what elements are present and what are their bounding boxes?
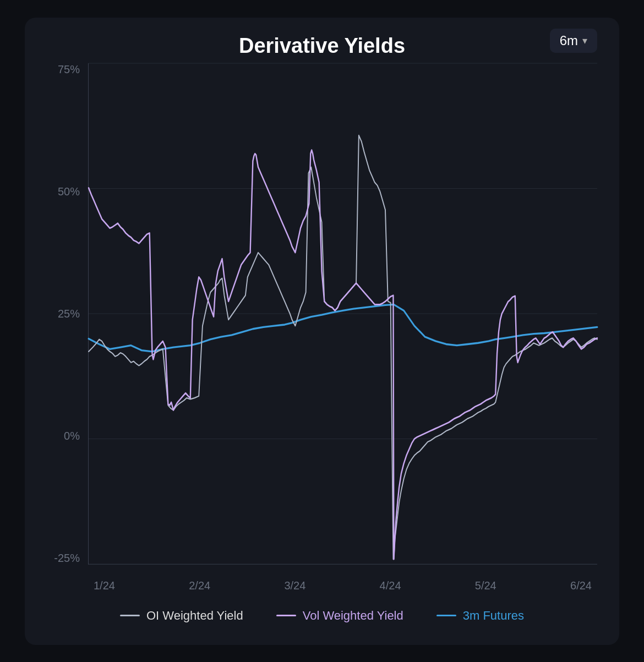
x-label-3: 3/24 [284, 579, 305, 592]
x-label-5: 5/24 [475, 579, 496, 592]
x-label-4: 4/24 [380, 579, 401, 592]
y-label-neg25: -25% [47, 552, 85, 565]
time-selector-label: 6m [560, 33, 578, 48]
chart-title: Derivative Yields [47, 34, 597, 58]
x-axis: 1/24 2/24 3/24 4/24 5/24 6/24 [88, 579, 597, 592]
legend-item-vol: Vol Weighted Yield [276, 609, 403, 623]
y-label-50: 50% [47, 185, 85, 198]
futures-legend-line [436, 615, 456, 616]
chart-svg [89, 63, 597, 564]
x-label-6: 6/24 [570, 579, 592, 592]
chart-plot [88, 63, 597, 565]
chart-area: 75% 50% 25% 0% -25% [47, 63, 597, 598]
header-row: Derivative Yields 6m ▾ [47, 34, 597, 58]
x-label-1: 1/24 [94, 579, 115, 592]
vol-line [89, 150, 597, 559]
vol-legend-label: Vol Weighted Yield [303, 609, 403, 623]
x-label-2: 2/24 [189, 579, 210, 592]
legend-item-oi: OI Weighted Yield [120, 609, 243, 623]
oi-legend-label: OI Weighted Yield [146, 609, 243, 623]
vol-legend-line [276, 615, 296, 616]
chevron-down-icon: ▾ [582, 35, 587, 47]
y-axis: 75% 50% 25% 0% -25% [47, 63, 85, 565]
legend: OI Weighted Yield Vol Weighted Yield 3m … [47, 609, 597, 623]
futures-legend-label: 3m Futures [463, 609, 524, 623]
y-label-75: 75% [47, 63, 85, 76]
legend-item-futures: 3m Futures [436, 609, 524, 623]
y-label-0: 0% [47, 430, 85, 442]
oi-legend-line [120, 615, 140, 616]
time-selector[interactable]: 6m ▾ [550, 29, 597, 53]
y-label-25: 25% [47, 308, 85, 320]
chart-card: Derivative Yields 6m ▾ 75% 50% 25% 0% -2… [25, 18, 619, 645]
